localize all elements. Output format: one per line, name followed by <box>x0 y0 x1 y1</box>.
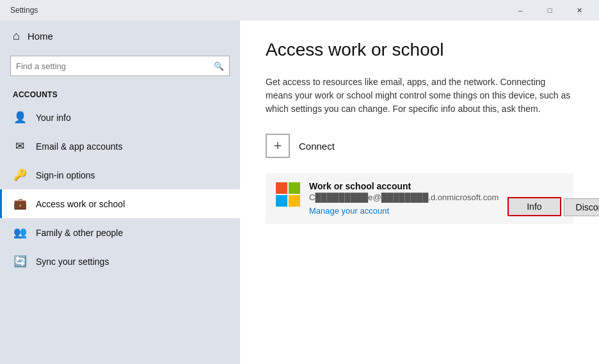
page-title: Access work or school <box>266 40 573 60</box>
sign-in-icon: 🔑 <box>13 168 27 182</box>
home-icon: ⌂ <box>13 29 20 43</box>
account-info: Work or school account C█████████e@█████… <box>309 181 499 216</box>
sidebar-item-label-family: Family & other people <box>36 228 123 238</box>
account-type-label: Work or school account <box>309 181 499 191</box>
family-icon: 👥 <box>13 226 27 239</box>
sync-icon: 🔄 <box>13 255 27 268</box>
description-text: Get access to resources like email, apps… <box>266 75 573 116</box>
search-icon: 🔍 <box>214 61 224 71</box>
account-row: Work or school account C█████████e@█████… <box>266 173 573 224</box>
connect-label: Connect <box>299 141 335 152</box>
connect-plus-icon: + <box>266 134 290 158</box>
sidebar-item-label-sign-in: Sign-in options <box>36 170 95 180</box>
close-button[interactable]: ✕ <box>564 0 594 20</box>
microsoft-logo <box>276 182 300 207</box>
sidebar-item-your-info[interactable]: 👤Your info <box>0 103 240 132</box>
search-box[interactable]: 🔍 <box>10 56 230 76</box>
info-button[interactable]: Info <box>507 197 561 216</box>
ms-logo-green <box>289 182 300 194</box>
sidebar-home-label: Home <box>28 31 53 42</box>
connect-row[interactable]: + Connect <box>266 134 573 158</box>
account-email: C█████████e@████████.d.onmicrosoft.com <box>309 193 499 202</box>
sidebar-item-label-work-school: Access work or school <box>36 199 125 209</box>
sidebar-item-home[interactable]: ⌂ Home <box>0 20 240 52</box>
accounts-section-label: Accounts <box>0 85 240 103</box>
sidebar-item-sign-in[interactable]: 🔑Sign-in options <box>0 161 240 189</box>
disconnect-button[interactable]: Disconnect <box>564 198 599 216</box>
sidebar-item-sync[interactable]: 🔄Sync your settings <box>0 247 240 276</box>
email-accounts-icon: ✉ <box>13 139 27 153</box>
ms-logo-blue <box>276 195 287 207</box>
main-content: ⌂ Home 🔍 Accounts 👤Your info✉Email & app… <box>0 20 599 364</box>
title-bar-title: Settings <box>10 6 38 15</box>
manage-account-link[interactable]: Manage your account <box>309 206 389 216</box>
title-bar-controls: – □ ✕ <box>506 0 594 20</box>
ms-logo-yellow <box>289 195 300 207</box>
sidebar-item-email-accounts[interactable]: ✉Email & app accounts <box>0 132 240 161</box>
your-info-icon: 👤 <box>13 111 27 124</box>
title-bar: Settings – □ ✕ <box>0 0 599 20</box>
sidebar-item-work-school[interactable]: 💼Access work or school <box>0 189 240 218</box>
sidebar: ⌂ Home 🔍 Accounts 👤Your info✉Email & app… <box>0 20 240 364</box>
maximize-button[interactable]: □ <box>535 0 564 20</box>
sidebar-item-label-sync: Sync your settings <box>36 257 109 267</box>
nav-items-list: 👤Your info✉Email & app accounts🔑Sign-in … <box>0 103 240 276</box>
right-panel: Access work or school Get access to reso… <box>240 20 599 364</box>
search-input[interactable] <box>16 61 214 71</box>
work-school-icon: 💼 <box>13 197 27 210</box>
account-actions: Info Disconnect <box>507 197 599 216</box>
sidebar-item-label-your-info: Your info <box>36 113 71 123</box>
minimize-button[interactable]: – <box>506 0 535 20</box>
title-bar-left: Settings <box>5 6 38 15</box>
sidebar-item-family[interactable]: 👥Family & other people <box>0 218 240 247</box>
sidebar-item-label-email-accounts: Email & app accounts <box>36 141 122 152</box>
ms-logo-red <box>276 182 287 194</box>
